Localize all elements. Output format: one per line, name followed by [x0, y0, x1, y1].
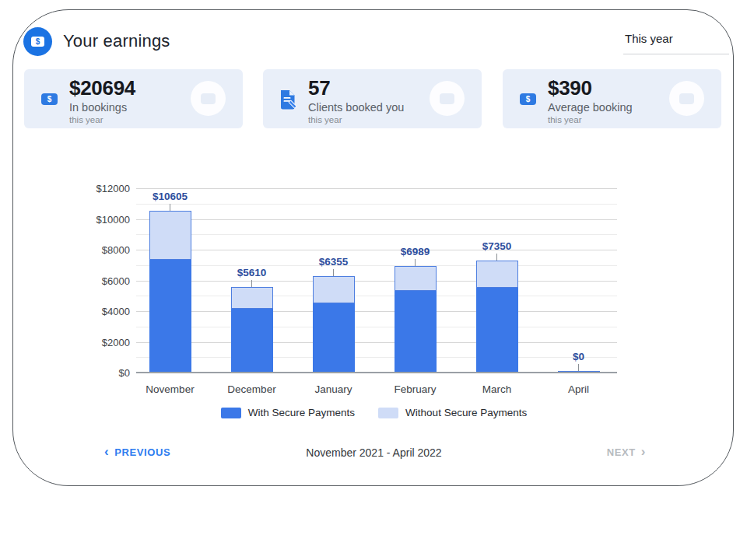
- x-axis-label: November: [129, 383, 211, 395]
- x-axis-label: January: [293, 383, 374, 395]
- watermark-circle-icon: [669, 81, 704, 116]
- gridline: [136, 204, 617, 205]
- y-tick-label: $8000: [79, 244, 130, 256]
- stat-label: Average booking: [548, 101, 633, 114]
- watermark-circle-icon: [430, 81, 465, 116]
- page: $ Your earnings This year $ $20694 In bo…: [0, 0, 747, 560]
- bar-value-label: $7350: [462, 240, 532, 252]
- period-selector-value: This year: [625, 32, 673, 45]
- dollar-badge-icon: $: [520, 93, 536, 105]
- chart-x-axis: NovemberDecemberJanuaryFebruaryMarchApri…: [129, 383, 619, 397]
- y-tick-label: $6000: [79, 275, 130, 287]
- bar-label-connector: [333, 269, 335, 276]
- bar-segment-without[interactable]: [395, 266, 437, 291]
- stat-card-average: $ $390 Average booking this year: [503, 69, 721, 128]
- legend-item: With Secure Payments: [221, 407, 355, 418]
- gridline: [136, 281, 617, 282]
- legend-label: With Secure Payments: [248, 407, 355, 418]
- bar-label-connector: [578, 364, 580, 371]
- bar-value-label: $5610: [217, 267, 287, 278]
- bar-label-connector: [170, 204, 171, 211]
- earnings-panel: $ Your earnings This year $ $20694 In bo…: [12, 9, 734, 486]
- bar-march[interactable]: [476, 189, 518, 373]
- y-tick-label: $10000: [79, 214, 130, 226]
- y-tick-label: $2000: [79, 337, 130, 348]
- bar-label-connector: [496, 254, 498, 261]
- gridline: [136, 188, 617, 189]
- stat-card-clients: 57 Clients booked you this year: [263, 69, 482, 128]
- dollar-tag-icon: $: [31, 37, 44, 47]
- y-tick-label: $0: [79, 367, 130, 379]
- bar-segment-without[interactable]: [149, 211, 191, 260]
- x-axis-label: December: [211, 383, 293, 395]
- gridline: [136, 296, 617, 296]
- bar-january[interactable]: [313, 189, 355, 373]
- legend-swatch: [378, 408, 398, 418]
- dollar-badge-icon: $: [41, 93, 58, 105]
- bar-segment-with[interactable]: [476, 288, 518, 373]
- bar-segment-with[interactable]: [395, 291, 437, 373]
- legend-item: Without Secure Payments: [378, 407, 527, 418]
- bar-label-connector: [415, 259, 416, 266]
- gridline: [136, 311, 617, 312]
- bar-value-label: $10605: [135, 191, 205, 202]
- earnings-logo-icon: $: [23, 27, 52, 56]
- x-axis-label: April: [538, 383, 619, 395]
- y-tick-label: $4000: [79, 306, 130, 317]
- gridline: [136, 219, 617, 220]
- stat-sublabel: this year: [69, 115, 135, 124]
- chart-plot: $10605$5610$6355$6989$7350$0: [136, 189, 617, 373]
- chevron-right-icon: ›: [641, 445, 646, 458]
- next-label: NEXT: [607, 446, 636, 458]
- gridline: [136, 234, 617, 235]
- gridline: [136, 250, 617, 250]
- bar-november[interactable]: [149, 189, 191, 373]
- bar-segment-without[interactable]: [476, 261, 518, 289]
- chart-legend: With Secure PaymentsWithout Secure Payme…: [13, 407, 734, 418]
- gridline: [136, 265, 617, 266]
- bar-value-label: $6355: [299, 256, 369, 268]
- gridline: [136, 342, 617, 343]
- bar-segment-with[interactable]: [313, 303, 355, 373]
- bar-label-connector: [251, 280, 253, 287]
- stat-sublabel: this year: [308, 115, 404, 124]
- page-title: Your earnings: [63, 31, 170, 51]
- gridline: [136, 372, 617, 373]
- stat-value: $390: [548, 76, 633, 100]
- bar-segment-with[interactable]: [231, 309, 273, 373]
- bar-segment-without[interactable]: [231, 287, 273, 309]
- stat-label: In bookings: [69, 101, 135, 114]
- stat-sublabel: this year: [548, 115, 633, 124]
- legend-label: Without Secure Payments: [405, 407, 527, 418]
- stat-value: $20694: [69, 76, 135, 100]
- stat-card-bookings: $ $20694 In bookings this year: [24, 69, 243, 128]
- chart-y-axis: $0$2000$4000$6000$8000$10000$12000: [79, 189, 130, 373]
- bar-april[interactable]: [558, 189, 600, 373]
- x-axis-label: February: [374, 383, 456, 395]
- stat-label: Clients booked you: [308, 101, 404, 114]
- gridline: [136, 327, 617, 327]
- bar-segment-without[interactable]: [313, 276, 355, 304]
- bar-value-label: $6989: [381, 246, 451, 257]
- bar-february[interactable]: [395, 189, 437, 373]
- document-edit-icon: [279, 89, 299, 114]
- y-tick-label: $12000: [79, 183, 130, 194]
- stat-value: 57: [308, 76, 404, 100]
- bar-value-label: $0: [544, 351, 614, 362]
- bar-segment-with[interactable]: [149, 260, 191, 373]
- x-axis-label: March: [456, 383, 538, 395]
- next-button[interactable]: NEXT ›: [607, 446, 646, 459]
- legend-swatch: [221, 408, 241, 418]
- watermark-circle-icon: [191, 81, 226, 116]
- period-selector[interactable]: This year: [623, 30, 729, 54]
